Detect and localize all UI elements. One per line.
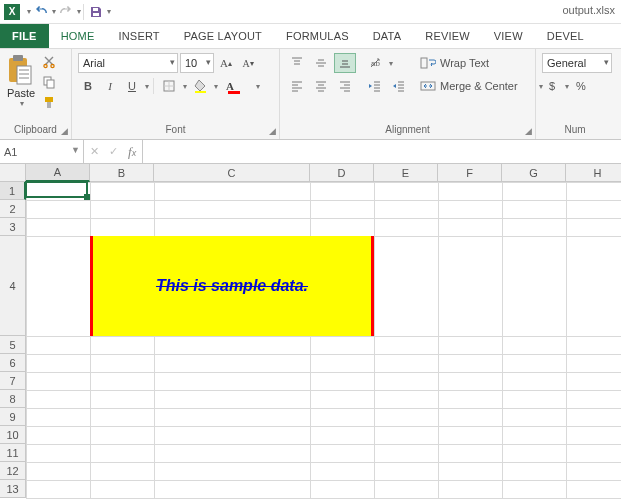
svg-rect-10 [195,91,206,93]
number-format-combo[interactable]: General▾ [542,53,612,73]
tab-home[interactable]: HOME [49,24,107,48]
insert-function-button[interactable]: fx [128,144,136,160]
row-header-11[interactable]: 11 [0,444,26,462]
increase-indent-button[interactable] [388,76,410,96]
svg-rect-1 [13,55,23,61]
excel-app-icon[interactable]: X [4,4,20,20]
svg-rect-13 [421,82,435,90]
svg-rect-6 [47,80,54,88]
group-label-alignment: Alignment◢ [286,123,529,139]
format-painter-button[interactable] [40,93,58,111]
tab-page-layout[interactable]: PAGE LAYOUT [172,24,274,48]
row-header-8[interactable]: 8 [0,390,26,408]
row-header-3[interactable]: 3 [0,218,26,236]
alignment-launcher-icon[interactable]: ◢ [525,124,532,138]
row-header-2[interactable]: 2 [0,200,26,218]
column-header-A[interactable]: A [26,164,90,182]
select-all-corner[interactable] [0,164,26,182]
ribbon-tabs: FILE HOME INSERT PAGE LAYOUT FORMULAS DA… [0,24,621,48]
svg-text:ab: ab [371,59,380,68]
align-center-button[interactable] [310,76,332,96]
row-header-13[interactable]: 13 [0,480,26,498]
bold-button[interactable]: B [78,76,98,96]
column-header-G[interactable]: G [502,164,566,182]
fill-handle[interactable] [84,194,90,200]
redo-dropdown-icon[interactable]: ▾ [77,7,81,16]
svg-rect-8 [47,102,51,108]
row-header-6[interactable]: 6 [0,354,26,372]
orientation-button[interactable]: ab [364,53,386,73]
align-left-button[interactable] [286,76,308,96]
wrap-text-button[interactable]: Wrap Text [416,53,526,73]
fill-color-dropdown-icon[interactable]: ▾ [214,82,218,91]
name-box[interactable]: A1▼ [0,140,84,163]
font-size-combo[interactable]: 10▾ [180,53,214,73]
clipboard-launcher-icon[interactable]: ◢ [61,124,68,138]
column-header-C[interactable]: C [154,164,310,182]
sample-data-text: This is sample data. [156,275,308,297]
group-label-clipboard: Clipboard◢ [6,123,65,139]
borders-dropdown-icon[interactable]: ▾ [183,82,187,91]
increase-font-size-button[interactable]: A▴ [216,53,236,73]
borders-button[interactable] [158,76,180,96]
active-cell[interactable] [25,181,88,198]
redo-button[interactable] [56,2,76,22]
svg-rect-12 [421,58,427,68]
row-header-9[interactable]: 9 [0,408,26,426]
svg-point-3 [44,64,47,67]
paste-button[interactable] [6,53,36,89]
row-header-12[interactable]: 12 [0,462,26,480]
row-header-5[interactable]: 5 [0,336,26,354]
formula-bar[interactable] [143,140,621,163]
font-launcher-icon[interactable]: ◢ [269,124,276,138]
cancel-formula-icon: ✕ [90,145,99,158]
row-header-1[interactable]: 1 [0,182,26,200]
row-header-4[interactable]: 4 [0,236,26,336]
paste-dropdown-icon[interactable]: ▾ [20,99,24,108]
copy-button[interactable] [40,73,58,91]
font-name-combo[interactable]: Arial▾ [78,53,178,73]
tab-view[interactable]: VIEW [482,24,535,48]
tab-data[interactable]: DATA [361,24,414,48]
italic-button[interactable]: I [100,76,120,96]
group-label-font: Font◢ [78,123,273,139]
underline-button[interactable]: U [122,76,142,96]
group-label-number: Num [542,123,608,139]
svg-rect-2 [17,66,31,84]
align-top-button[interactable] [286,53,308,73]
decrease-font-size-button[interactable]: A▾ [238,53,258,73]
row-header-10[interactable]: 10 [0,426,26,444]
tab-file[interactable]: FILE [0,24,49,48]
fill-color-button[interactable] [189,76,211,96]
save-button[interactable] [86,2,106,22]
percent-button[interactable]: % [571,76,591,96]
font-color-dropdown-icon[interactable]: ▾ [256,82,260,91]
currency-dropdown-icon[interactable]: ▾ [565,82,569,91]
tab-formulas[interactable]: FORMULAS [274,24,361,48]
paste-label: Paste [7,87,35,99]
align-right-button[interactable] [334,76,356,96]
qat-customize-icon[interactable]: ▾ [107,7,111,16]
tab-review[interactable]: REVIEW [413,24,482,48]
align-middle-button[interactable] [310,53,332,73]
underline-dropdown-icon[interactable]: ▾ [145,82,149,91]
undo-button[interactable] [31,2,51,22]
svg-rect-7 [45,97,53,102]
tab-developer[interactable]: DEVEL [535,24,596,48]
merge-center-button[interactable]: Merge & Center [416,76,536,96]
column-header-E[interactable]: E [374,164,438,182]
column-header-F[interactable]: F [438,164,502,182]
cut-button[interactable] [40,53,58,71]
tab-insert[interactable]: INSERT [106,24,171,48]
sample-data-cell[interactable]: This is sample data. [90,236,374,336]
enter-formula-icon: ✓ [109,145,118,158]
column-header-H[interactable]: H [566,164,621,182]
orientation-dropdown-icon[interactable]: ▾ [389,59,393,68]
decrease-indent-button[interactable] [364,76,386,96]
column-header-D[interactable]: D [310,164,374,182]
column-header-B[interactable]: B [90,164,154,182]
row-header-7[interactable]: 7 [0,372,26,390]
svg-point-4 [51,64,54,67]
align-bottom-button[interactable] [334,53,356,73]
currency-button[interactable]: $ [542,76,562,96]
